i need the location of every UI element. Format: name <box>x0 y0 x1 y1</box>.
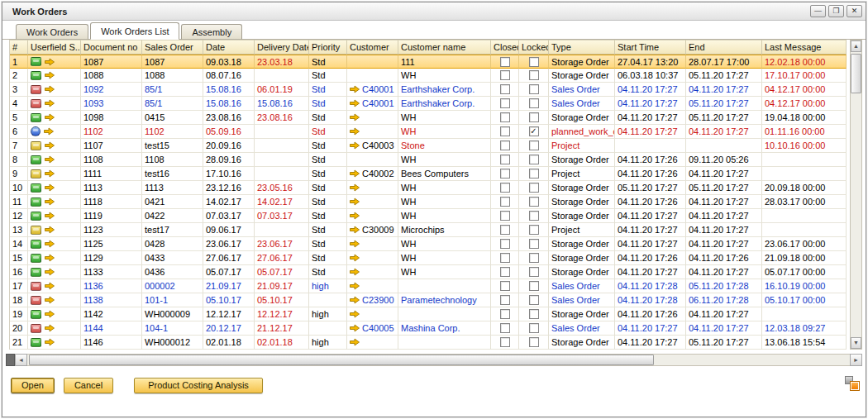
type-cell[interactable]: Sales Order <box>549 293 615 307</box>
type-cell[interactable]: Sales Order <box>549 279 615 293</box>
last-message-cell[interactable]: 10.10.16 00:00 <box>762 139 847 153</box>
closed-checkbox[interactable] <box>500 140 510 150</box>
start-time-cell[interactable] <box>615 139 686 153</box>
type-cell[interactable]: Storage Order <box>549 251 615 265</box>
customer-cell[interactable] <box>347 153 398 167</box>
closed-checkbox[interactable] <box>500 84 510 94</box>
delivery-date-cell[interactable] <box>255 153 309 167</box>
date-cell[interactable]: 15.08.16 <box>203 83 255 97</box>
type-cell[interactable]: Sales Order <box>549 321 615 336</box>
customer-cell[interactable] <box>347 55 398 69</box>
sales-order-cell[interactable]: 1113 <box>142 181 203 195</box>
closed-checkbox[interactable] <box>500 253 510 263</box>
document-no-cell[interactable]: 1144 <box>81 321 142 336</box>
end-cell[interactable]: 05.11.20 17:28 <box>686 279 762 293</box>
row-number-cell[interactable]: 9 <box>10 167 28 181</box>
locked-checkbox[interactable]: ✓ <box>529 126 539 136</box>
customer-cell[interactable] <box>347 307 398 321</box>
priority-cell[interactable]: high <box>309 336 347 350</box>
sales-order-cell[interactable]: 0415 <box>142 111 203 125</box>
document-link-arrow-icon[interactable] <box>45 71 55 79</box>
last-message-cell[interactable]: 05.10.17 00:00 <box>762 293 847 307</box>
document-link-arrow-icon[interactable] <box>45 85 55 93</box>
work-order-row-13[interactable]: 131123test1709.06.17StdC30009MicrochipsP… <box>10 223 847 237</box>
end-cell[interactable]: 04.11.20 17:27 <box>686 321 762 336</box>
cancel-button[interactable]: Cancel <box>64 378 113 393</box>
closed-checkbox[interactable] <box>500 98 510 108</box>
scroll-up-button[interactable]: ▲ <box>851 40 861 52</box>
locked-checkbox[interactable] <box>529 281 539 291</box>
column-header-locked[interactable]: Locked <box>519 40 549 55</box>
delivery-date-cell[interactable] <box>255 167 309 181</box>
customer-cell[interactable]: C23900 <box>347 293 398 307</box>
last-message-cell[interactable]: 19.04.18 00:00 <box>762 111 847 125</box>
priority-cell[interactable]: Std <box>309 97 347 111</box>
end-cell[interactable]: 28.07.17 17:00 <box>686 55 762 69</box>
work-order-row-5[interactable]: 51098041523.08.1623.08.16StdWHStorage Or… <box>10 111 847 125</box>
delivery-date-cell[interactable] <box>255 125 309 139</box>
column-header-num[interactable]: # <box>10 40 28 55</box>
customer-cell[interactable] <box>347 111 398 125</box>
customer-link-arrow-icon[interactable] <box>350 310 360 318</box>
work-order-row-20[interactable]: 201144104-120.12.1721.12.17C40005Mashina… <box>10 321 847 336</box>
end-cell[interactable]: 05.11.20 17:27 <box>686 111 762 125</box>
end-cell[interactable]: 04.11.20 17:27 <box>686 307 762 321</box>
delivery-date-cell[interactable]: 23.06.17 <box>255 237 309 251</box>
work-order-row-15[interactable]: 151129043327.06.1727.06.17StdWHStorage O… <box>10 251 847 265</box>
customer-name-cell[interactable] <box>398 336 491 350</box>
date-cell[interactable]: 05.10.17 <box>203 293 255 307</box>
customer-cell[interactable] <box>347 69 398 83</box>
customer-name-cell[interactable] <box>398 279 491 293</box>
type-cell[interactable]: Storage Order <box>549 153 615 167</box>
type-cell[interactable]: Project <box>549 167 615 181</box>
locked-checkbox[interactable] <box>529 267 539 277</box>
last-message-cell[interactable] <box>762 153 847 167</box>
userfield-cell[interactable] <box>28 307 81 321</box>
type-cell[interactable]: Project <box>549 223 615 237</box>
start-time-cell[interactable]: 04.11.20 17:26 <box>615 195 686 209</box>
start-time-cell[interactable]: 04.11.20 17:27 <box>615 321 686 336</box>
sales-order-cell[interactable]: 85/1 <box>142 83 203 97</box>
column-header-last-message[interactable]: Last Message <box>762 40 847 55</box>
column-header-priority[interactable]: Priority <box>309 40 347 55</box>
work-order-row-19[interactable]: 191142WH00000912.12.1712.12.17highStorag… <box>10 307 847 321</box>
work-order-row-18[interactable]: 181138101-105.10.1705.10.17C23900Paramet… <box>10 293 847 307</box>
customer-link-arrow-icon[interactable] <box>350 141 360 150</box>
closed-checkbox[interactable] <box>500 211 510 221</box>
locked-checkbox[interactable] <box>529 211 539 221</box>
userfield-cell[interactable] <box>28 279 81 293</box>
work-order-row-7[interactable]: 71107test1520.09.16StdC40003StoneProject… <box>10 139 847 153</box>
last-message-cell[interactable]: 20.09.18 00:00 <box>762 181 847 195</box>
close-button[interactable]: ✕ <box>847 5 862 17</box>
userfield-cell[interactable] <box>28 195 81 209</box>
closed-checkbox[interactable] <box>500 57 510 67</box>
userfield-cell[interactable] <box>28 251 81 265</box>
document-link-arrow-icon[interactable] <box>45 240 55 248</box>
customer-link-arrow-icon[interactable] <box>350 254 360 262</box>
userfield-cell[interactable] <box>28 153 81 167</box>
delivery-date-cell[interactable]: 02.01.18 <box>255 336 309 350</box>
sales-order-cell[interactable]: test17 <box>142 223 203 237</box>
work-order-row-2[interactable]: 21088108808.07.16StdWHStorage Order06.03… <box>10 69 847 83</box>
document-no-cell[interactable]: 1107 <box>81 139 142 153</box>
delivery-date-cell[interactable] <box>255 223 309 237</box>
userfield-cell[interactable] <box>28 97 81 111</box>
last-message-cell[interactable]: 12.03.18 09:27 <box>762 321 847 336</box>
row-number-cell[interactable]: 15 <box>10 251 28 265</box>
end-cell[interactable]: 05.11.20 17:27 <box>686 97 762 111</box>
tab-work-orders[interactable]: Work Orders <box>16 24 88 40</box>
work-order-row-3[interactable]: 3109285/115.08.1606.01.19StdC40001Earths… <box>10 83 847 97</box>
priority-cell[interactable]: Std <box>309 111 347 125</box>
locked-checkbox[interactable] <box>529 112 539 122</box>
last-message-cell[interactable] <box>762 209 847 223</box>
work-order-row-6[interactable]: 61102110205.09.16StdWH✓planned_work_o04.… <box>10 125 847 139</box>
sales-order-cell[interactable]: 0428 <box>142 237 203 251</box>
delivery-date-cell[interactable]: 15.08.16 <box>255 97 309 111</box>
delivery-date-cell[interactable]: 21.12.17 <box>255 321 309 336</box>
document-no-cell[interactable]: 1123 <box>81 223 142 237</box>
priority-cell[interactable]: Std <box>309 265 347 279</box>
userfield-cell[interactable] <box>28 293 81 307</box>
column-header-customer-name[interactable]: Customer name <box>398 40 491 55</box>
delivery-date-cell[interactable]: 05.10.17 <box>255 293 309 307</box>
date-cell[interactable]: 02.01.18 <box>203 336 255 350</box>
